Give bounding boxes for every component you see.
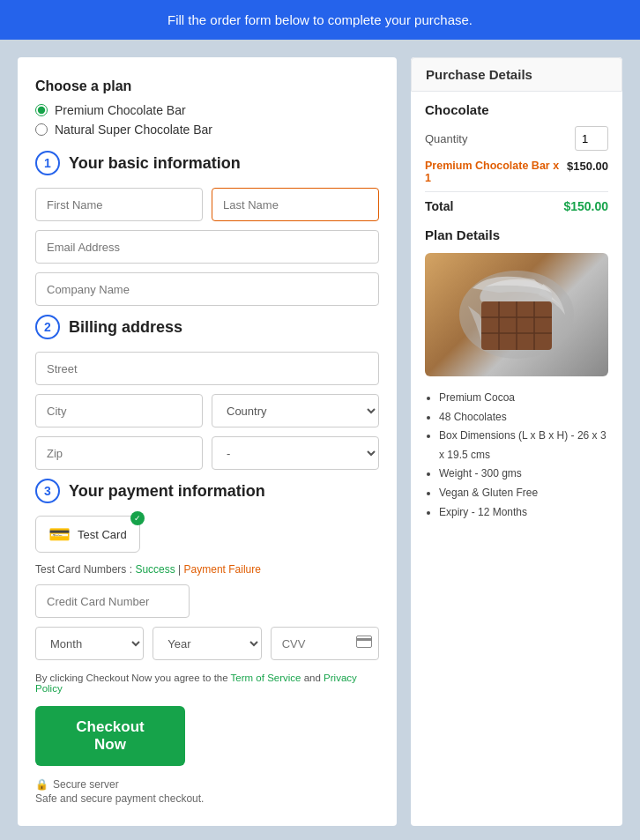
cc-row	[35, 584, 379, 618]
feature-4: Vegan & Gluten Free	[439, 484, 608, 503]
plan-option-premium[interactable]: Premium Chocolate Bar	[35, 103, 379, 117]
secure-line1-row: 🔒 Secure server	[35, 778, 379, 791]
step1-header: 1 Your basic information	[35, 151, 379, 175]
check-badge: ✓	[130, 511, 145, 525]
main-content: Choose a plan Premium Chocolate Bar Natu…	[0, 40, 640, 840]
year-select[interactable]: Year 2024 2025 2026 2027	[153, 627, 261, 660]
plan-radio-premium[interactable]	[35, 104, 48, 116]
last-name-input[interactable]	[212, 188, 379, 221]
total-label: Total	[425, 199, 453, 213]
secure-line2: Safe and secure payment checkout.	[35, 792, 204, 805]
step2-circle: 2	[35, 315, 60, 339]
card-text: Test Card	[78, 528, 127, 541]
street-row	[35, 352, 379, 385]
company-input[interactable]	[35, 272, 379, 306]
total-price: $150.00	[563, 199, 608, 213]
banner-text: Fill the order form below to complete yo…	[167, 12, 473, 27]
total-row: Total $150.00	[425, 199, 608, 213]
plan-label-premium: Premium Chocolate Bar	[55, 103, 186, 117]
checkout-button[interactable]: Checkout Now	[35, 706, 185, 766]
plan-option-natural[interactable]: Natural Super Chocolate Bar	[35, 123, 379, 137]
cvv-wrapper	[271, 627, 379, 660]
feature-3: Weight - 300 gms	[439, 465, 608, 484]
plan-radio-natural[interactable]	[35, 123, 48, 136]
pay-row: Month 01 02 03 04 05 06 07 08 09 10 11 1…	[35, 627, 379, 660]
cc-number-input[interactable]	[35, 584, 190, 618]
chocolate-image	[425, 253, 608, 376]
purchase-details-title: Purchase Details	[411, 57, 622, 92]
plan-details-title: Plan Details	[425, 227, 608, 242]
step1-circle: 1	[35, 151, 60, 175]
state-select[interactable]: -	[212, 436, 379, 470]
chocolate-title: Chocolate	[425, 102, 608, 117]
feature-1: 48 Chocolates	[439, 408, 608, 427]
top-banner: Fill the order form below to complete yo…	[0, 0, 640, 40]
product-price: $150.00	[567, 160, 608, 173]
secure-line1: Secure server	[53, 778, 119, 791]
choose-plan-title: Choose a plan	[35, 78, 379, 94]
name-row	[35, 188, 379, 221]
right-panel: Purchase Details Chocolate Quantity Prem…	[411, 57, 622, 826]
plan-label-natural: Natural Super Chocolate Bar	[55, 123, 212, 137]
month-select[interactable]: Month 01 02 03 04 05 06 07 08 09 10 11 1…	[35, 627, 144, 660]
street-input[interactable]	[35, 352, 379, 385]
email-input[interactable]	[35, 230, 379, 264]
first-name-input[interactable]	[35, 188, 203, 221]
feature-2: Box Dimensions (L x B x H) - 26 x 3 x 19…	[439, 427, 608, 465]
step2-label: Billing address	[69, 318, 182, 337]
month-wrapper: Month 01 02 03 04 05 06 07 08 09 10 11 1…	[35, 627, 144, 660]
feature-5: Expiry - 12 Months	[439, 503, 608, 523]
step1-label: Your basic information	[69, 154, 241, 173]
step2-header: 2 Billing address	[35, 315, 379, 339]
lock-icon: 🔒	[35, 778, 48, 791]
plan-radio-group: Premium Chocolate Bar Natural Super Choc…	[35, 103, 379, 137]
product-row: Premium Chocolate Bar x 1 $150.00	[425, 160, 608, 192]
svg-rect-1	[356, 638, 372, 641]
step3-circle: 3	[35, 479, 60, 503]
card-option[interactable]: 💳 Test Card ✓	[35, 516, 140, 553]
year-wrapper: Year 2024 2025 2026 2027	[153, 627, 261, 660]
tos-link[interactable]: Term of Service	[231, 673, 301, 683]
test-card-info: Test Card Numbers : Success | Payment Fa…	[35, 563, 379, 576]
step3-header: 3 Your payment information	[35, 479, 379, 503]
email-row	[35, 230, 379, 264]
svg-rect-0	[356, 636, 371, 648]
payment-failure-link[interactable]: Payment Failure	[184, 563, 261, 576]
company-row	[35, 272, 379, 306]
city-input[interactable]	[35, 394, 203, 427]
city-country-row: Country United States United Kingdom Can…	[35, 394, 379, 427]
quantity-label: Quantity	[425, 132, 467, 145]
success-link[interactable]: Success	[135, 563, 175, 576]
feature-0: Premium Cocoa	[439, 389, 608, 408]
terms-text: By clicking Checkout Now you agree to th…	[35, 673, 379, 694]
cvv-card-icon	[356, 636, 372, 651]
zip-input[interactable]	[35, 436, 203, 470]
product-name: Premium Chocolate Bar x 1	[425, 160, 567, 184]
step3-label: Your payment information	[69, 482, 265, 501]
quantity-row: Quantity	[425, 126, 608, 151]
country-select[interactable]: Country United States United Kingdom Can…	[212, 394, 379, 427]
card-icon: 💳	[48, 524, 71, 545]
left-panel: Choose a plan Premium Chocolate Bar Natu…	[18, 57, 397, 826]
secure-info: 🔒 Secure server Safe and secure payment …	[35, 778, 379, 805]
zip-state-row: -	[35, 436, 379, 470]
quantity-input[interactable]	[575, 126, 608, 151]
plan-features: Premium Cocoa 48 Chocolates Box Dimensio…	[425, 389, 608, 522]
page-wrapper: Fill the order form below to complete yo…	[0, 0, 640, 840]
